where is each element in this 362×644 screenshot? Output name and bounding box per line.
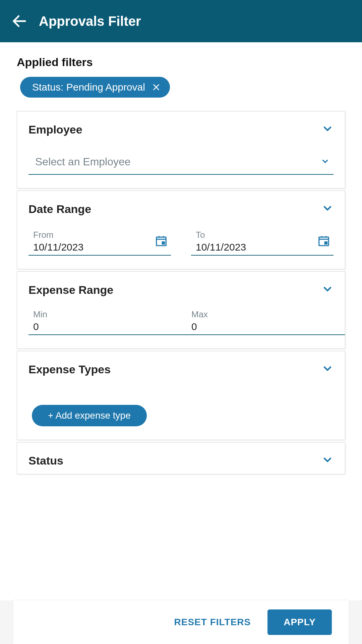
svg-rect-12 bbox=[325, 242, 327, 244]
content-area: Applied filters Status: Pending Approval… bbox=[0, 42, 362, 600]
section-header-expense-types[interactable]: Expense Types bbox=[28, 363, 334, 376]
min-label: Min bbox=[28, 309, 187, 320]
date-from-field[interactable]: From 10/11/2023 bbox=[28, 228, 171, 256]
date-to-value: 10/11/2023 bbox=[191, 241, 334, 253]
section-expense-types: Expense Types + Add expense type bbox=[17, 351, 345, 440]
calendar-icon[interactable] bbox=[317, 234, 330, 249]
close-icon[interactable] bbox=[152, 83, 161, 92]
apply-button[interactable]: APPLY bbox=[267, 609, 332, 635]
min-value: 0 bbox=[28, 321, 187, 332]
section-status: Status bbox=[17, 442, 345, 474]
section-header-date-range[interactable]: Date Range bbox=[28, 202, 334, 216]
calendar-icon[interactable] bbox=[155, 234, 168, 249]
footer-actions: RESET FILTERS APPLY bbox=[13, 600, 349, 644]
section-title-employee: Employee bbox=[28, 123, 82, 136]
date-to-label: To bbox=[191, 230, 334, 240]
date-from-label: From bbox=[28, 230, 171, 240]
date-to-field[interactable]: To 10/11/2023 bbox=[191, 228, 334, 256]
section-title-date-range: Date Range bbox=[28, 203, 91, 216]
section-date-range: Date Range From 10/11/2023 bbox=[17, 191, 345, 269]
chevron-down-icon bbox=[321, 157, 329, 167]
app-header: Approvals Filter bbox=[0, 0, 362, 42]
section-title-status: Status bbox=[28, 454, 63, 467]
filter-chip-status[interactable]: Status: Pending Approval bbox=[20, 77, 170, 98]
max-field[interactable]: Max 0 bbox=[187, 309, 345, 332]
reset-filters-button[interactable]: RESET FILTERS bbox=[174, 617, 251, 628]
page-title: Approvals Filter bbox=[39, 14, 141, 29]
chevron-down-icon bbox=[321, 283, 334, 297]
back-arrow-icon[interactable] bbox=[10, 12, 29, 31]
applied-filters-label: Applied filters bbox=[17, 56, 345, 69]
section-expense-range: Expense Range Min 0 Max 0 bbox=[17, 271, 345, 349]
chevron-down-icon bbox=[321, 123, 334, 136]
add-expense-type-label: + Add expense type bbox=[48, 410, 131, 421]
section-header-employee[interactable]: Employee bbox=[28, 123, 334, 136]
section-header-status[interactable]: Status bbox=[28, 454, 334, 467]
filter-chip-text: Status: Pending Approval bbox=[32, 82, 145, 93]
max-label: Max bbox=[187, 309, 345, 320]
chevron-down-icon bbox=[321, 202, 334, 216]
section-employee: Employee Select an Employee bbox=[17, 111, 345, 189]
min-field[interactable]: Min 0 bbox=[28, 309, 187, 332]
chevron-down-icon bbox=[321, 454, 334, 467]
add-expense-type-button[interactable]: + Add expense type bbox=[32, 405, 147, 426]
date-from-value: 10/11/2023 bbox=[28, 241, 171, 253]
section-title-expense-range: Expense Range bbox=[28, 283, 113, 297]
max-value: 0 bbox=[187, 321, 345, 332]
employee-select[interactable]: Select an Employee bbox=[28, 149, 334, 175]
section-header-expense-range[interactable]: Expense Range bbox=[28, 283, 334, 297]
svg-rect-7 bbox=[162, 242, 164, 244]
section-title-expense-types: Expense Types bbox=[28, 363, 111, 376]
employee-select-placeholder: Select an Employee bbox=[35, 156, 131, 168]
chevron-down-icon bbox=[321, 363, 334, 376]
